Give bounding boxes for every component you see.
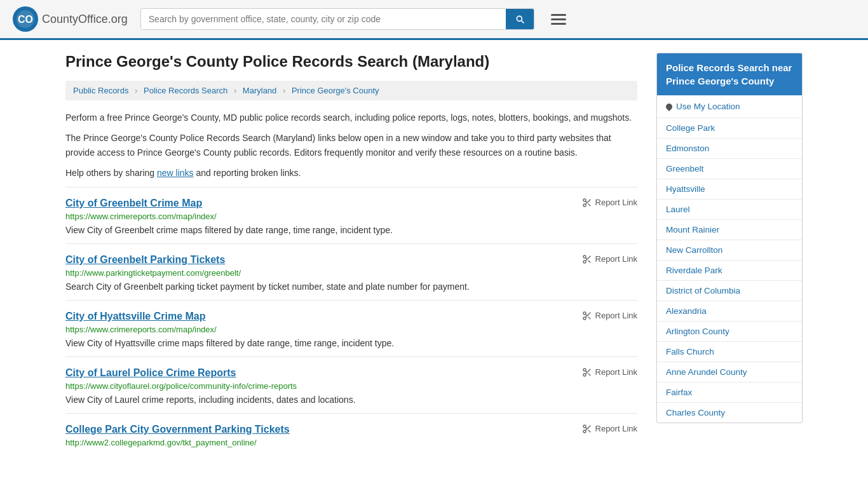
sidebar-list-item: District of Columbia	[657, 281, 802, 301]
sidebar-link[interactable]: Falls Church	[657, 342, 802, 362]
scissors-icon	[582, 198, 592, 208]
report-link-button[interactable]: Report Link	[582, 254, 637, 264]
report-link-button[interactable]: Report Link	[582, 198, 637, 208]
svg-point-23	[583, 425, 586, 428]
location-icon	[665, 102, 674, 111]
result-header: City of Hyattsville Crime Map Report Lin…	[65, 311, 637, 322]
svg-line-12	[585, 257, 587, 259]
sidebar-link[interactable]: Edmonston	[657, 139, 802, 158]
report-link-button[interactable]: Report Link	[582, 424, 637, 434]
result-link[interactable]: City of Hyattsville Crime Map	[65, 311, 206, 322]
search-icon	[515, 14, 525, 24]
sidebar-list-item: Fairfax	[657, 383, 802, 403]
sidebar-list-item: Charles County	[657, 403, 802, 423]
logo-icon: CO	[13, 6, 38, 32]
search-bar	[140, 8, 534, 30]
svg-line-7	[585, 201, 587, 203]
svg-point-8	[583, 255, 586, 258]
sidebar-link[interactable]: Charles County	[657, 403, 802, 423]
result-description: Search City of Greenbelt parking ticket …	[65, 280, 637, 294]
report-link-label: Report Link	[595, 254, 637, 264]
result-link[interactable]: City of Greenbelt Parking Tickets	[65, 254, 225, 265]
site-header: CO CountyOffice.org	[0, 0, 868, 40]
result-header: College Park City Government Parking Tic…	[65, 424, 637, 435]
breadcrumb: Public Records › Police Records Search ›…	[65, 81, 637, 100]
result-url: https://www.crimereports.com/map/index/	[65, 325, 637, 334]
sidebar-list-item: Hyattsville	[657, 179, 802, 200]
description-3: Help others by sharing new links and rep…	[65, 166, 637, 180]
sidebar-link[interactable]: Riverdale Park	[657, 261, 802, 280]
sidebar-list-item: Laurel	[657, 200, 802, 220]
result-url: http://www2.collegeparkmd.gov/tkt_paymen…	[65, 438, 637, 447]
logo-link[interactable]: CO CountyOffice.org	[13, 6, 128, 32]
sidebar-link[interactable]: Fairfax	[657, 383, 802, 402]
sidebar-link[interactable]: District of Columbia	[657, 281, 802, 301]
result-item: City of Greenbelt Crime Map Report Link …	[65, 187, 637, 243]
scissors-icon	[582, 424, 592, 434]
sidebar-title: Police Records Search near Prince George…	[657, 53, 802, 95]
result-title: City of Laurel Police Crime Reports	[65, 367, 236, 379]
sidebar-link[interactable]: Greenbelt	[657, 159, 802, 179]
description-2: The Prince George's County Police Record…	[65, 131, 637, 159]
hamburger-menu-button[interactable]	[547, 8, 570, 31]
content-area: Prince George's County Police Records Se…	[65, 53, 637, 456]
result-item: College Park City Government Parking Tic…	[65, 413, 637, 456]
sidebar-link[interactable]: College Park	[657, 118, 802, 138]
sidebar-list-item: Anne Arundel County	[657, 362, 802, 383]
sidebar: Police Records Search near Prince George…	[656, 53, 803, 456]
svg-point-24	[583, 430, 586, 433]
scissors-icon	[582, 254, 592, 264]
result-link[interactable]: City of Laurel Police Crime Reports	[65, 367, 236, 378]
result-item: City of Laurel Police Crime Reports Repo…	[65, 356, 637, 413]
search-input[interactable]	[141, 9, 506, 29]
sidebar-list-item: Greenbelt	[657, 159, 802, 179]
result-link[interactable]: City of Greenbelt Crime Map	[65, 198, 202, 208]
results-container: City of Greenbelt Crime Map Report Link …	[65, 187, 637, 456]
svg-line-16	[588, 316, 590, 319]
result-title: College Park City Government Parking Tic…	[65, 424, 290, 435]
report-link-label: Report Link	[595, 424, 637, 433]
svg-line-21	[588, 373, 590, 376]
svg-text:CO: CO	[18, 14, 33, 25]
description-1: Perform a free Prince George's County, M…	[65, 111, 637, 125]
svg-point-13	[583, 312, 586, 315]
result-url: http://www.parkingticketpayment.com/gree…	[65, 268, 637, 278]
hamburger-line	[551, 23, 566, 25]
sidebar-link[interactable]: Arlington County	[657, 322, 802, 341]
result-url: https://www.cityoflaurel.org/police/comm…	[65, 381, 637, 391]
report-link-button[interactable]: Report Link	[582, 311, 637, 321]
result-description: View City of Greenbelt crime maps filter…	[65, 224, 637, 237]
result-title: City of Hyattsville Crime Map	[65, 311, 206, 322]
search-button[interactable]	[506, 9, 534, 29]
use-my-location-link[interactable]: Use My Location	[676, 102, 740, 111]
result-url: https://www.crimereports.com/map/index/	[65, 212, 637, 221]
svg-line-22	[585, 370, 587, 372]
sidebar-list-item: Mount Rainier	[657, 220, 802, 240]
logo-text: CountyOffice.org	[42, 13, 128, 26]
svg-point-19	[583, 374, 586, 376]
result-description: View City of Laurel crime reports, inclu…	[65, 393, 637, 407]
sidebar-link[interactable]: Mount Rainier	[657, 220, 802, 240]
breadcrumb-sep: ›	[283, 86, 285, 95]
new-links-link[interactable]: new links	[157, 168, 194, 178]
sidebar-list-item: Riverdale Park	[657, 261, 802, 281]
breadcrumb-sep: ›	[234, 86, 236, 95]
breadcrumb-county[interactable]: Prince George's County	[292, 86, 379, 95]
breadcrumb-maryland[interactable]: Maryland	[243, 86, 276, 95]
sidebar-link[interactable]: Alexandria	[657, 301, 802, 321]
sidebar-link[interactable]: Anne Arundel County	[657, 362, 802, 382]
result-link[interactable]: College Park City Government Parking Tic…	[65, 424, 290, 435]
sidebar-link[interactable]: Laurel	[657, 200, 802, 219]
sidebar-list-item: New Carrollton	[657, 240, 802, 261]
report-link-button[interactable]: Report Link	[582, 367, 637, 377]
breadcrumb-public-records[interactable]: Public Records	[73, 86, 128, 95]
svg-line-26	[588, 430, 590, 432]
sidebar-list-item: Falls Church	[657, 342, 802, 362]
svg-point-3	[583, 199, 586, 201]
breadcrumb-police-records[interactable]: Police Records Search	[144, 86, 227, 95]
result-header: City of Greenbelt Crime Map Report Link	[65, 198, 637, 209]
sidebar-link[interactable]: New Carrollton	[657, 240, 802, 260]
scissors-icon	[582, 367, 592, 377]
sidebar-list-item: Alexandria	[657, 301, 802, 322]
sidebar-link[interactable]: Hyattsville	[657, 179, 802, 199]
